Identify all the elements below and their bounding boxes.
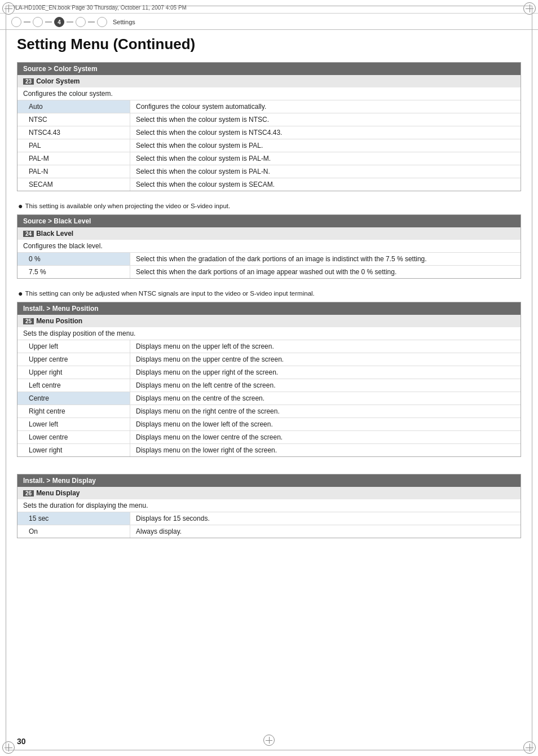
bottom-crosshair: [263, 735, 275, 746]
page-number: 30: [17, 737, 26, 746]
bottom-crosshair-circle: [263, 735, 275, 746]
page-border: [6, 6, 532, 750]
